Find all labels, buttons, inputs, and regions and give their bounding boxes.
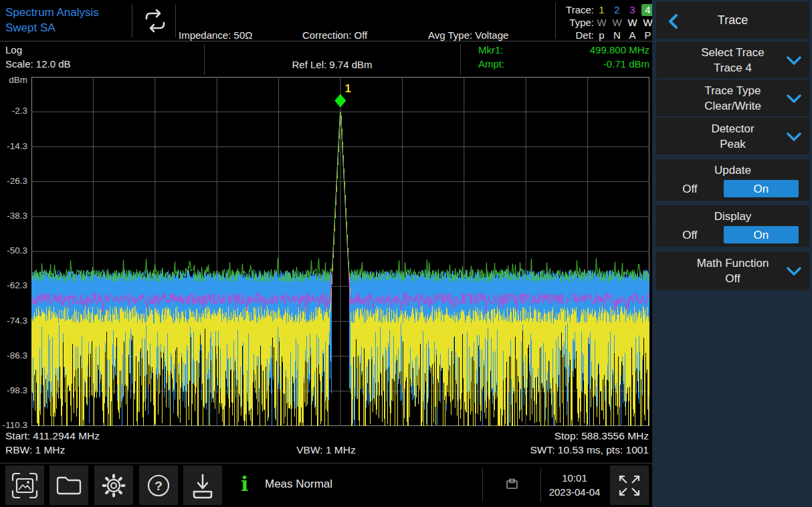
date-readout: 2023-04-04 [543,485,606,499]
folder-icon [54,471,84,500]
panel-header-trace[interactable]: Trace [656,2,809,39]
y-axis: dBm-2.3-14.3-26.3-38.3-50.3-62.3-74.3-86… [0,77,29,427]
marker-frequency: 499.800 MHz [504,43,650,57]
bottom-toolbar: ? i Meas Normal 10:01 2023-04-04 [0,463,652,507]
chevron-down-icon [787,94,801,103]
back-chevron-icon[interactable] [668,14,678,29]
scale-value: Scale: 12.0 dB [5,57,71,71]
side-menu-panel: Trace Select Trace Trace 4 Trace Type Cl… [652,0,812,507]
y-axis-tick: -74.3 [7,316,27,326]
impedance-readout: Impedance: 50Ω [179,29,252,41]
continuous-sweep-icon[interactable] [139,7,171,37]
header-divider [175,4,176,37]
clock: 10:01 2023-04-04 [543,471,606,499]
detector-button[interactable]: Detector Peak [656,118,809,155]
select-trace-value: Trace 4 [714,60,752,76]
trace-type-value: Clear/Write [704,98,761,114]
display-off-button[interactable]: Off [656,227,724,243]
gear-icon [99,471,128,500]
marker-ampt-label: Ampt: [478,57,504,71]
info-icon: i [241,470,248,499]
select-trace-button[interactable]: Select Trace Trace 4 [656,41,809,78]
y-axis-tick: -50.3 [7,245,27,256]
display-on-button[interactable]: On [724,226,799,243]
fullscreen-button[interactable] [610,466,649,505]
y-axis-tick: -110.3 [3,420,27,430]
toolbar-divider [540,468,541,502]
detector-value: Peak [720,136,746,152]
sweep-time-readout[interactable]: SWT: 10.53 ms, pts: 1001 [0,444,649,456]
y-axis-tick: -62.3 [7,280,27,290]
trace-attr: N [609,29,625,41]
header-divider [132,4,132,37]
help-icon: ? [144,471,173,500]
save-export-button[interactable] [183,466,222,505]
settings-button[interactable] [94,466,133,505]
toolbar-divider [482,468,483,502]
update-label: Update [714,163,751,178]
trace-number[interactable]: 2 [609,3,625,16]
app-title: Spectrum Analysis Swept SA [5,5,99,35]
app-title-line1: Spectrum Analysis [5,5,99,20]
expand-arrows-icon [615,471,644,500]
sub-header: Log Scale: 12.0 dB Ref Lel: 9.74 dBm Mkr… [0,41,652,77]
screenshot-button[interactable] [5,466,44,505]
top-header: Spectrum Analysis Swept SA Impedance: 50… [0,0,652,41]
scale-readout[interactable]: Log Scale: 12.0 dB [5,43,71,71]
marker-amplitude: -0.71 dBm [504,57,649,71]
update-off-button[interactable]: Off [656,181,724,197]
file-manager-button[interactable] [49,466,88,505]
trace-row-label: Det: [559,29,594,41]
chevron-down-icon [787,56,801,65]
display-label: Display [714,209,752,224]
avg-type-readout: Avg Type: Voltage [428,29,508,41]
app-title-line2: Swept SA [5,20,99,35]
trace-attr: W [594,16,609,29]
y-axis-tick: -98.3 [7,385,27,395]
header-divider [555,3,556,39]
y-axis-tick: -86.3 [7,350,27,361]
marker-readout: Mkr1: 499.800 MHz Ampt: -0.71 dBm [460,43,649,71]
chevron-down-icon [787,267,801,276]
math-function-button[interactable]: Math Function Off [656,251,809,290]
panel-title: Trace [718,13,748,28]
trace-attr: A [625,29,640,41]
trace-row-label: Trace: [559,3,594,16]
y-axis-tick: -14.3 [7,141,27,151]
y-axis-tick: -2.3 [12,106,27,116]
trace-row-label: Type: [559,16,594,29]
time-readout: 10:01 [543,471,606,485]
stop-freq-readout[interactable]: Stop: 588.3556 MHz [0,430,649,442]
ref-level-readout[interactable]: Ref Lel: 9.74 dBm [204,58,460,72]
display-toggle-group: Display Off On [656,205,809,247]
update-on-button[interactable]: On [724,180,799,197]
update-toggle-group: Update Off On [656,159,809,201]
trace-attr: p [594,29,609,41]
screenshot-icon [10,471,39,500]
detector-label: Detector [711,121,754,136]
y-axis-tick: -26.3 [7,176,27,186]
help-button[interactable]: ? [139,466,178,505]
chevron-down-icon [787,132,801,141]
trace-attr: W [625,16,640,29]
math-function-label: Math Function [697,256,769,271]
trace-number[interactable]: 1 [594,3,609,16]
save-status-icon [505,476,520,494]
trace-attr: W [609,16,625,29]
spectrum-plot[interactable]: 1 [31,77,649,426]
svg-text:?: ? [155,479,163,493]
select-trace-label: Select Trace [701,45,765,60]
trace-type-label: Trace Type [704,83,760,98]
marker-1-label: 1 [345,83,351,94]
meas-status: Meas Normal [265,478,332,491]
correction-readout: Correction: Off [302,29,367,41]
math-function-value: Off [725,271,740,286]
trace-status-block: Trace:1234Type:WWWWDet:pNAP [559,3,655,41]
save-icon [188,471,217,500]
scale-mode: Log [5,43,71,57]
marker-label: Mkr1: [478,43,504,57]
trace-number[interactable]: 3 [625,3,640,16]
y-axis-unit: dBm [9,75,27,85]
trace-type-button[interactable]: Trace Type Clear/Write [656,80,809,116]
y-axis-tick: -38.3 [7,211,27,221]
